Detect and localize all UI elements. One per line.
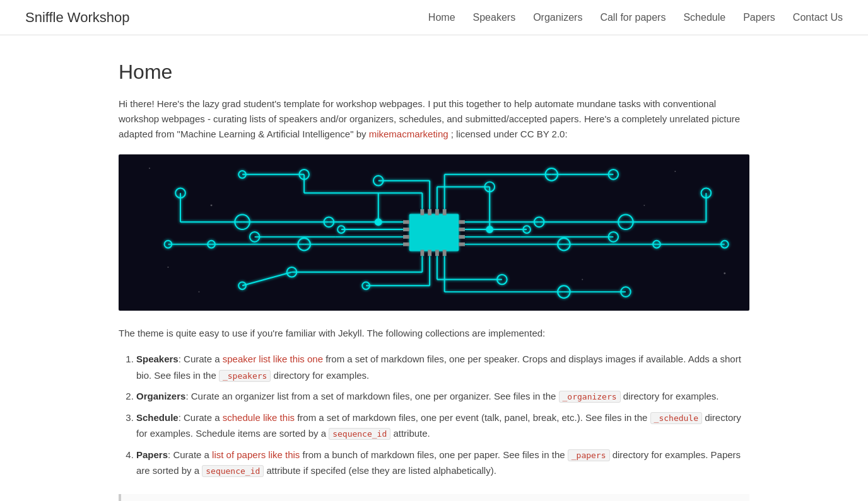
papers-link[interactable]: list of papers like this — [212, 449, 300, 460]
svg-point-98 — [198, 291, 199, 292]
svg-rect-5 — [435, 209, 439, 216]
svg-rect-15 — [459, 220, 465, 224]
svg-point-94 — [167, 267, 168, 268]
svg-point-99 — [582, 279, 583, 280]
svg-rect-14 — [403, 243, 409, 246]
schedule-link[interactable]: schedule like this — [223, 412, 295, 423]
svg-rect-10 — [443, 250, 447, 256]
svg-rect-12 — [403, 227, 409, 231]
collections-list: Speakers: Curate a speaker list like thi… — [119, 351, 749, 479]
organizers-code: _organizers — [559, 391, 621, 403]
main-content: Home Hi there! Here's the lazy grad stud… — [93, 35, 775, 501]
papers-code: _papers — [568, 449, 610, 461]
svg-point-92 — [149, 168, 150, 169]
speakers-link[interactable]: speaker list like this one — [223, 354, 323, 364]
nav-schedule[interactable]: Schedule — [683, 12, 725, 23]
list-item: Papers: Curate a list of papers like thi… — [136, 447, 749, 479]
svg-rect-13 — [403, 235, 409, 239]
sequence-id-code: sequence_id — [329, 428, 390, 440]
nav-call-for-papers[interactable]: Call for papers — [600, 12, 666, 23]
svg-point-96 — [724, 272, 725, 274]
svg-rect-8 — [428, 250, 431, 256]
list-item-bold: Schedule — [136, 412, 179, 423]
svg-point-97 — [643, 205, 645, 206]
nav-speakers[interactable]: Speakers — [473, 12, 516, 23]
nav-home[interactable]: Home — [428, 12, 455, 23]
svg-rect-6 — [443, 209, 447, 216]
page-title: Home — [119, 60, 749, 84]
svg-rect-11 — [403, 220, 409, 224]
svg-point-93 — [211, 204, 213, 206]
mikemac-link[interactable]: mikemacmarketing — [369, 129, 449, 139]
papers-sequence-id-code: sequence_id — [202, 465, 264, 477]
main-nav: Home Speakers Organizers Call for papers… — [428, 12, 843, 23]
svg-rect-2 — [409, 214, 459, 251]
svg-rect-3 — [420, 209, 424, 216]
svg-rect-9 — [435, 250, 439, 256]
list-item: Schedule: Curate a schedule like this fr… — [136, 410, 749, 442]
list-item-bold: Organizers — [136, 391, 185, 401]
nav-papers[interactable]: Papers — [743, 12, 775, 23]
circuit-image — [119, 154, 749, 311]
list-item: Organizers: Curate an organizer list fro… — [136, 388, 749, 405]
svg-point-95 — [674, 171, 676, 172]
nav-organizers[interactable]: Organizers — [533, 12, 582, 23]
svg-rect-7 — [420, 250, 424, 256]
svg-rect-16 — [459, 227, 465, 231]
svg-rect-17 — [459, 235, 465, 239]
list-item: Speakers: Curate a speaker list like thi… — [136, 351, 749, 383]
collections-intro: The theme is quite easy to use if you're… — [119, 326, 749, 341]
schedule-code: _schedule — [650, 412, 702, 424]
speakers-code: _speakers — [219, 370, 271, 382]
intro-paragraph: Hi there! Here's the lazy grad student's… — [119, 96, 749, 142]
nav-contact-us[interactable]: Contact Us — [793, 12, 843, 23]
note-block: NOTE: The best way to use these is to tu… — [119, 494, 749, 502]
list-item-bold: Papers — [136, 449, 168, 460]
svg-rect-18 — [459, 243, 465, 246]
site-logo[interactable]: Sniffle Workshop — [25, 9, 130, 26]
svg-rect-4 — [428, 209, 431, 216]
list-item-bold: Speakers — [136, 354, 179, 364]
